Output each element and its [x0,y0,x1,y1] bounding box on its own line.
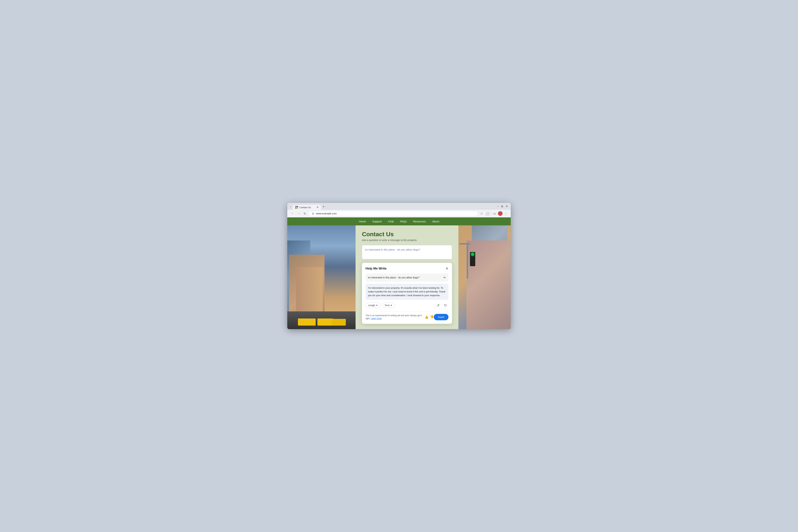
popup-generated-text: I'm interested in your property. It's ex… [365,284,449,300]
address-bar[interactable]: G www.example.com [308,211,478,216]
minimize-button[interactable]: − [496,205,499,208]
tone-dropdown-arrow: ▾ [391,304,392,307]
extensions-button[interactable]: ⬜ [485,211,490,216]
active-tab[interactable]: Contact Us ✕ [293,205,321,210]
popup-close-button[interactable]: ✕ [445,266,449,271]
tab-bar: Contact Us ✕ + [293,205,495,210]
tab-close-button[interactable]: ✕ [316,206,319,209]
browser-window: ‹ Contact Us ✕ + − ⧉ ✕ [287,203,511,329]
tab-label: Contact Us [300,206,311,209]
tone-label: Tone [385,304,390,307]
popup-footer: This is an experimental AI writing aid a… [365,311,449,320]
contact-section: Contact Us Ask a question or write a mes… [356,225,458,329]
google-logo-icon: G [311,212,315,215]
browser-back-button[interactable]: ‹ [289,205,292,208]
browser-toolbar: ← → ↻ G www.example.com ☆ ⬜ ▭ ⋮ [287,210,511,217]
undo-button[interactable]: ↺ [435,302,441,308]
nav-chat[interactable]: Chat [388,220,394,223]
site-navigation: Home Support Chat FAQs Resources About [287,217,511,225]
more-menu-button[interactable]: ⋮ [504,211,508,216]
popup-feedback-buttons: 👍 👎 [424,315,434,319]
popup-input-text: im interested in this place - do you all… [368,276,443,279]
nav-home[interactable]: Home [359,220,366,223]
main-area: Contact Us Ask a question or write a mes… [287,225,511,329]
close-window-button[interactable]: ✕ [505,204,509,208]
popup-edit-button[interactable]: ✏ [443,276,446,280]
forward-button[interactable]: → [296,212,301,215]
refresh-button[interactable]: ↻ [303,212,307,216]
insert-button[interactable]: Insert [434,314,449,320]
length-dropdown[interactable]: Length ▾ [365,303,380,308]
nav-about[interactable]: About [432,220,439,223]
popup-action-buttons: ↺ ↻ [435,302,449,308]
city-image-left [287,225,356,329]
popup-disclaimer: This is an experimental AI writing aid a… [365,314,423,320]
contact-subtitle: Ask a question or write a message to the… [362,239,452,242]
new-tab-button[interactable]: + [321,205,326,210]
nav-resources[interactable]: Resources [413,220,426,223]
sidebar-button[interactable]: ▭ [492,211,497,216]
back-button[interactable]: ← [290,212,295,215]
length-label: Length [368,304,375,307]
browser-titlebar: ‹ Contact Us ✕ + − ⧉ ✕ [287,203,511,210]
contact-textarea[interactable] [362,245,452,259]
browser-window-controls: ‹ [289,205,292,210]
browser-window-right-controls: − ⧉ ✕ [496,204,509,210]
nav-faqs[interactable]: FAQs [400,220,407,223]
tone-dropdown[interactable]: Tone ▾ [382,303,395,308]
thumbdown-button[interactable]: 👎 [430,315,434,319]
length-dropdown-arrow: ▾ [376,304,378,307]
help-me-write-popup: Help Me Write ✕ im interested in this pl… [362,263,452,324]
city-image-right [458,225,511,329]
bookmark-button[interactable]: ☆ [479,211,484,216]
toolbar-icons: ☆ ⬜ ▭ ⋮ [479,211,508,216]
thumbup-button[interactable]: 👍 [424,315,429,319]
page-content: Home Support Chat FAQs Resources About [287,217,511,329]
learn-more-link[interactable]: Learn more [371,317,382,320]
popup-title: Help Me Write [365,267,386,270]
popup-controls: Length ▾ Tone ▾ ↺ ↻ [365,302,449,308]
restore-button[interactable]: ⧉ [500,205,504,208]
url-text: www.example.com [316,212,337,215]
nav-support[interactable]: Support [373,220,382,223]
popup-input-area: im interested in this place - do you all… [365,273,449,282]
traffic-light-green [471,253,474,256]
contact-title: Contact Us [362,231,452,238]
redo-button[interactable]: ↻ [442,302,449,308]
tab-favicon [295,206,298,209]
popup-header: Help Me Write ✕ [365,266,449,271]
avatar[interactable] [498,211,502,216]
